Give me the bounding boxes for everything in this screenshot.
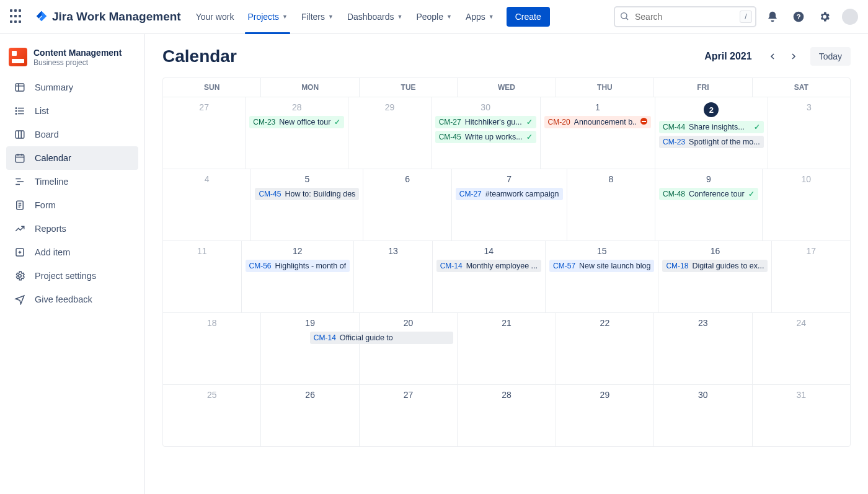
- day-cell[interactable]: 12 CM-56Highlights - month of: [242, 241, 355, 312]
- calendar-event[interactable]: CM-23New office tour✓: [249, 116, 344, 128]
- calendar-event[interactable]: CM-27Hitchhiker's gu...✓: [435, 116, 536, 128]
- sidebar-item-list[interactable]: List: [6, 99, 138, 123]
- day-cell[interactable]: 29: [348, 97, 431, 169]
- calendar-event[interactable]: CM-20Announcement b..: [544, 116, 651, 128]
- day-cell[interactable]: 28 CM-23New office tour✓: [246, 97, 348, 169]
- nav-dashboards[interactable]: Dashboards▼: [342, 0, 407, 33]
- sidebar-item-settings[interactable]: Project settings: [6, 264, 138, 288]
- calendar-event[interactable]: CM-27#teamwork campaign: [456, 188, 563, 200]
- calendar-event[interactable]: CM-45How to: Building des: [255, 188, 359, 200]
- sidebar-item-summary[interactable]: Summary: [6, 76, 138, 99]
- day-cell[interactable]: 22: [556, 313, 654, 384]
- day-cell[interactable]: 1 CM-20Announcement b..: [541, 97, 655, 169]
- help-icon[interactable]: ?: [789, 7, 808, 27]
- day-cell[interactable]: 8: [567, 169, 655, 240]
- settings-icon[interactable]: [815, 7, 835, 27]
- search-input[interactable]: [614, 6, 756, 27]
- day-cell[interactable]: 2 CM-44Share insights...✓ CM-23Spotlight…: [655, 97, 768, 169]
- dow-thu: THU: [556, 78, 654, 97]
- next-month-button[interactable]: [784, 47, 803, 66]
- prev-month-button[interactable]: [763, 47, 782, 66]
- project-subtitle: Business project: [33, 58, 122, 67]
- event-key: CM-45: [439, 133, 461, 141]
- reports-icon: [14, 223, 26, 235]
- day-cell[interactable]: 20 CM-14Official guide to: [360, 313, 458, 384]
- event-title: Hitchhiker's gu...: [465, 118, 523, 126]
- calendar-event[interactable]: CM-44Share insights...✓: [659, 121, 764, 133]
- day-cell[interactable]: 21: [458, 313, 556, 384]
- day-cell[interactable]: 26: [261, 385, 359, 446]
- day-cell[interactable]: 4: [163, 169, 251, 240]
- day-cell[interactable]: 7 CM-27#teamwork campaign: [452, 169, 567, 240]
- day-cell[interactable]: 15 CM-57New site launch blog: [546, 241, 658, 312]
- notifications-icon[interactable]: [763, 7, 782, 27]
- day-cell[interactable]: 23: [654, 313, 752, 384]
- brand-logo[interactable]: Jira Work Management: [35, 10, 181, 24]
- day-cell[interactable]: 13: [354, 241, 433, 312]
- day-cell[interactable]: 9 CM-48Conference tour✓: [655, 169, 763, 240]
- week-row: 25 26 27 28 29 30 31: [163, 384, 850, 446]
- day-cell[interactable]: 5 CM-45How to: Building des: [251, 169, 363, 240]
- nav-filters[interactable]: Filters▼: [296, 0, 339, 33]
- calendar-event[interactable]: CM-57New site launch blog: [549, 260, 654, 272]
- day-cell[interactable]: 30 CM-27Hitchhiker's gu...✓ CM-45Write u…: [432, 97, 541, 169]
- day-cell[interactable]: 27: [163, 97, 246, 169]
- day-cell[interactable]: 27: [360, 385, 458, 446]
- day-cell[interactable]: 6: [363, 169, 451, 240]
- svg-point-12: [16, 113, 17, 115]
- nav-apps[interactable]: Apps▼: [461, 0, 499, 33]
- day-cell[interactable]: 24: [753, 313, 850, 384]
- sidebar-item-feedback[interactable]: Give feedback: [6, 288, 138, 311]
- day-cell[interactable]: 3: [768, 97, 850, 169]
- calendar-event[interactable]: CM-48Conference tour✓: [659, 188, 758, 200]
- sidebar-label: Reports: [35, 224, 66, 234]
- calendar-event[interactable]: CM-14Official guide to: [310, 332, 453, 344]
- chevron-down-icon: ▼: [328, 14, 334, 20]
- project-title: Content Management: [33, 48, 122, 58]
- create-button[interactable]: Create: [507, 7, 550, 27]
- day-cell[interactable]: 10: [763, 169, 850, 240]
- calendar-event[interactable]: CM-56Highlights - month of: [246, 260, 350, 272]
- day-cell[interactable]: 16 CM-18Digital guides to ex...: [658, 241, 772, 312]
- sidebar-item-reports[interactable]: Reports: [6, 217, 138, 240]
- calendar-event[interactable]: CM-23Spotlight of the mo...: [659, 136, 764, 148]
- sidebar-item-form[interactable]: Form: [6, 193, 138, 217]
- calendar-icon: [14, 152, 26, 164]
- day-cell[interactable]: 28: [458, 385, 556, 446]
- calendar-event[interactable]: CM-45Write up works...✓: [435, 131, 536, 143]
- day-number: 5: [255, 174, 359, 184]
- chevron-left-icon: [768, 51, 777, 61]
- project-header[interactable]: Content Management Business project: [6, 45, 138, 76]
- sidebar: Content Management Business project Summ…: [0, 34, 145, 494]
- day-cell[interactable]: 17: [772, 241, 850, 312]
- day-number: 29: [560, 390, 650, 400]
- sidebar-label: Form: [35, 200, 56, 210]
- day-number: 27: [167, 102, 241, 112]
- dow-tue: TUE: [360, 78, 458, 97]
- calendar-event[interactable]: CM-14Monthly employee ...: [436, 260, 541, 272]
- sidebar-item-add[interactable]: Add item: [6, 240, 138, 264]
- day-cell[interactable]: 14 CM-14Monthly employee ...: [433, 241, 546, 312]
- day-number: 8: [571, 174, 651, 184]
- svg-rect-13: [16, 131, 24, 138]
- today-button[interactable]: Today: [810, 47, 851, 66]
- calendar-event[interactable]: CM-18Digital guides to ex...: [662, 260, 768, 272]
- sidebar-item-calendar[interactable]: Calendar: [6, 146, 138, 170]
- event-title: Monthly employee ...: [466, 262, 538, 270]
- day-cell[interactable]: 11: [163, 241, 242, 312]
- day-cell[interactable]: 18: [163, 313, 261, 384]
- profile-avatar[interactable]: [842, 9, 858, 25]
- nav-people[interactable]: People▼: [411, 0, 457, 33]
- nav-your-work[interactable]: Your work: [191, 0, 239, 33]
- sidebar-item-board[interactable]: Board: [6, 123, 138, 146]
- day-number: 4: [167, 174, 247, 184]
- nav-projects[interactable]: Projects▼: [242, 0, 293, 33]
- day-cell[interactable]: 19: [261, 313, 359, 384]
- day-cell[interactable]: 30: [654, 385, 752, 446]
- day-cell[interactable]: 25: [163, 385, 261, 446]
- day-cell[interactable]: 29: [556, 385, 654, 446]
- sidebar-item-timeline[interactable]: Timeline: [6, 170, 138, 193]
- event-key: CM-18: [666, 262, 688, 270]
- day-cell[interactable]: 31: [753, 385, 850, 446]
- app-switcher-icon[interactable]: [10, 9, 25, 24]
